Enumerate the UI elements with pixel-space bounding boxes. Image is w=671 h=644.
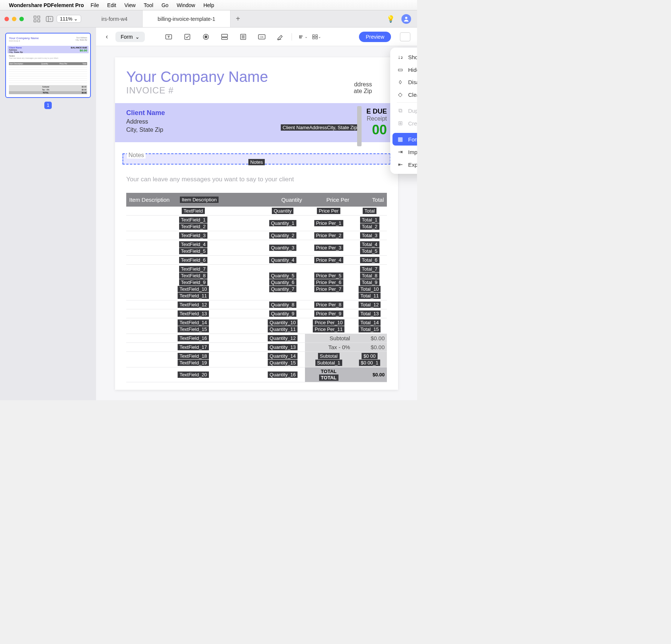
form-field-label[interactable]: Quantity_8 [269,302,296,308]
form-field-label[interactable]: TextField_10 [178,286,209,292]
form-field-label[interactable]: Quantity_12 [268,335,298,341]
form-field-label[interactable]: Price Per_3 [314,245,343,251]
combobox-tool-icon[interactable] [220,32,229,41]
listbox-tool-icon[interactable] [239,32,248,41]
form-field-label[interactable]: TextField_5 [179,248,207,254]
form-field-label[interactable]: Quantity_15 [268,360,298,366]
form-field-label[interactable]: Total_5 [360,248,379,254]
minimize-window-button[interactable] [12,17,16,21]
dd-show-tab-numbers[interactable]: ↓₂Show Tab Numbers [392,51,417,63]
back-button[interactable]: ‹ [103,31,111,42]
form-field-label[interactable]: TextField_14 [178,319,209,326]
form-field-label[interactable]: Total_10 [359,286,381,292]
form-field-label[interactable]: Total_15 [359,326,381,332]
form-field-label[interactable]: TextField_4 [179,241,207,248]
checkbox-tool-icon[interactable] [183,32,192,41]
signature-tool-icon[interactable] [276,32,285,41]
preview-button[interactable]: Preview [359,32,391,42]
form-field-label[interactable]: Quantity_3 [269,245,296,251]
form-field-label[interactable]: Quantity_14 [268,353,298,359]
notes-form-field[interactable]: Notes Notes [123,153,391,165]
dd-import-data[interactable]: ⇥Import Data [392,146,417,158]
close-window-button[interactable] [4,17,9,21]
menu-tool[interactable]: Tool [144,2,153,8]
fullscreen-window-button[interactable] [19,17,24,21]
account-avatar[interactable] [401,14,411,24]
form-field-label[interactable]: Total_14 [359,319,381,326]
form-field-label[interactable]: Quantity_16 [268,372,298,378]
form-field-label[interactable]: Price Per_4 [314,257,343,263]
tab-billing-invoice[interactable]: billing-invoice-template-1 [143,10,230,27]
form-field-label[interactable]: Total_1 [360,217,379,223]
th-desc-field[interactable]: Item Description [180,197,219,203]
form-field-label[interactable]: Total [363,208,376,214]
form-field-label[interactable]: TextField_7 [179,266,207,272]
form-field-label[interactable]: Total_7 [360,266,379,272]
form-field-label[interactable]: Quantity_9 [269,310,296,317]
zoom-dropdown[interactable]: 111% ⌄ [57,15,81,23]
form-field-label[interactable]: Price Per_2 [314,232,343,239]
field-resize-handle[interactable] [357,106,362,146]
form-field-label[interactable]: TextField_15 [178,326,209,332]
tab-irs-form-w4[interactable]: irs-form-w4 [86,10,143,27]
form-field-label[interactable]: TextField_18 [178,353,209,359]
align-dropdown-icon[interactable]: ⌄ [299,32,308,41]
form-field-label[interactable]: Quantity_7 [269,286,296,292]
form-field-label[interactable]: TextField_3 [179,232,207,239]
form-field-label[interactable]: Total_11 [359,293,381,299]
page-thumbnail[interactable]: Your Company Name INVOICE # Your Address… [5,33,91,98]
compare-panel-icon[interactable] [400,32,410,41]
form-field-label[interactable]: TextField_1 [179,217,207,223]
menu-window[interactable]: Window [177,2,195,8]
form-field-label[interactable]: Quantity_11 [268,326,298,332]
form-field-label[interactable]: Price Per_11 [313,326,344,332]
form-field-label[interactable]: Subtotal [318,353,340,359]
form-field-label[interactable]: TextField_2 [179,223,207,230]
dd-export-data[interactable]: ⇤Export Data [392,158,417,171]
form-field-label[interactable]: Total_8 [360,272,379,279]
form-field-label[interactable]: Total_13 [359,310,381,317]
menu-file[interactable]: File [90,2,99,8]
button-tool-icon[interactable]: OK [257,32,266,41]
client-form-field[interactable]: Client NameAddressCity, State Zip [281,124,359,131]
form-field-label[interactable]: Total_6 [360,257,379,263]
form-field-label[interactable]: Price Per_9 [314,310,343,317]
menu-go[interactable]: Go [162,2,169,8]
form-field-label[interactable]: TextField [182,208,205,214]
form-field-label[interactable]: Quantity_6 [269,279,296,286]
grid-view-icon[interactable] [32,15,42,23]
form-field-label[interactable]: TextField_16 [178,335,209,341]
form-field-label[interactable]: Quantity_2 [269,232,296,239]
form-field-label[interactable]: Quantity [272,208,293,214]
page-viewport[interactable]: Your Company Name INVOICE # ddress ate Z… [96,46,417,400]
sidebar-toggle-icon[interactable] [45,15,54,23]
form-field-label[interactable]: TextField_11 [178,293,209,299]
form-field-label[interactable]: Total_12 [359,302,381,308]
menu-view[interactable]: View [124,2,136,8]
form-field-label[interactable]: Price Per [317,208,340,214]
form-field-label[interactable]: Price Per_5 [314,272,343,279]
form-field-label[interactable]: Total_3 [360,232,379,239]
dd-disable-highlight[interactable]: ◊Disable Highlight [392,76,417,88]
mode-dropdown[interactable]: Form ⌄ [115,32,145,42]
menu-help[interactable]: Help [203,2,214,8]
form-field-label[interactable]: Price Per_6 [314,279,343,286]
form-field-label[interactable]: TextField_6 [179,257,207,263]
form-field-label[interactable]: TextField_8 [179,272,207,279]
tips-bulb-icon[interactable]: 💡 [387,15,395,23]
form-field-label[interactable]: TextField_13 [178,310,209,317]
dd-form-field-recognition[interactable]: ▦Form Field Recognition [392,133,417,146]
form-field-label[interactable]: Subtotal_1 [315,360,342,366]
form-field-label[interactable]: Quantity_4 [269,257,296,263]
form-field-label[interactable]: Price Per_8 [314,302,343,308]
radio-tool-icon[interactable] [201,32,210,41]
form-field-label[interactable]: Quantity_13 [268,344,298,350]
form-field-label[interactable]: Total_2 [360,223,379,230]
form-field-label[interactable]: TextField_19 [178,360,209,366]
more-tools-dropdown-icon[interactable]: ⌄ [312,32,321,41]
form-field-label[interactable]: TOTAL [319,374,338,381]
form-field-label[interactable]: TextField_9 [179,279,207,286]
menu-edit[interactable]: Edit [107,2,116,8]
new-tab-button[interactable]: + [230,10,245,27]
form-field-label[interactable]: TextField_17 [178,344,209,350]
